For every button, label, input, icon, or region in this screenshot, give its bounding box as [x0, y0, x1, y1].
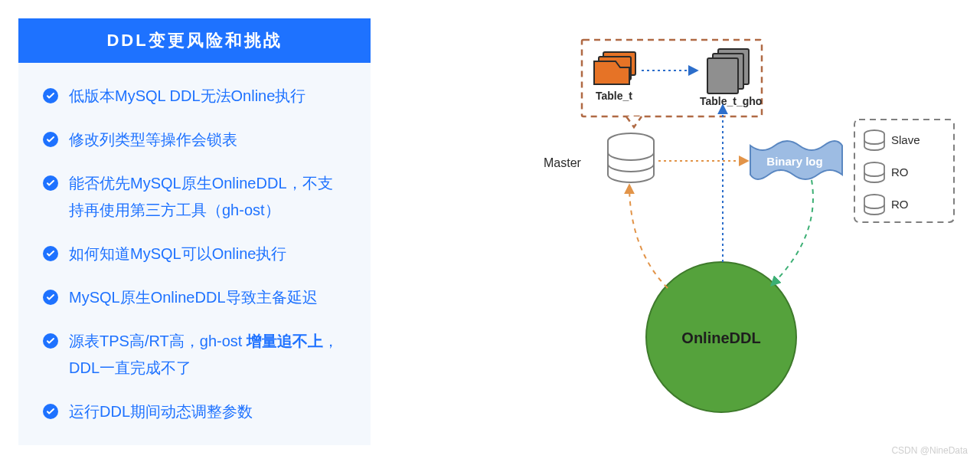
table-t-gho-label: Table_t_gho [700, 95, 762, 107]
check-icon [43, 88, 58, 103]
binary-log-label: Binary log [766, 155, 822, 168]
table-t-icon [594, 52, 635, 84]
replica-label-1: RO [891, 165, 909, 179]
check-icon [43, 246, 58, 261]
item-text-pre: 源表TPS高/RT高，gh-ost [69, 333, 247, 349]
replica-slave [864, 130, 884, 150]
item-text: 修改列类型等操作会锁表 [69, 126, 346, 153]
svg-rect-4 [707, 58, 738, 93]
check-icon [43, 404, 58, 419]
check-icon [43, 175, 58, 191]
list-item: 能否优先MySQL原生OnlineDDL，不支持再使用第三方工具（gh-ost） [43, 170, 346, 224]
list-item: 低版本MySQL DDL无法Online执行 [43, 83, 346, 110]
item-text-bold: 增量追不上 [247, 333, 323, 349]
architecture-diagram: Table_t Table_t_gho Master Binary log [429, 31, 965, 444]
replica-label-2: RO [891, 198, 909, 211]
list-item: 运行DDL期间动态调整参数 [43, 398, 346, 425]
replica-ro-1 [864, 162, 884, 182]
list-item: 源表TPS高/RT高，gh-ost 增量追不上，DDL一直完成不了 [43, 328, 346, 382]
replica-ro-2 [864, 195, 884, 215]
item-text: 低版本MySQL DDL无法Online执行 [69, 83, 346, 110]
list-item: 修改列类型等操作会锁表 [43, 126, 346, 153]
online-ddl-label: OnlineDDL [681, 329, 760, 346]
item-text: MySQL原生OnlineDDL导致主备延迟 [69, 284, 346, 311]
item-text: 运行DDL期间动态调整参数 [69, 398, 346, 425]
risks-panel: DDL变更风险和挑战 低版本MySQL DDL无法Online执行 修改列类型等… [18, 18, 371, 445]
panel-body: 低版本MySQL DDL无法Online执行 修改列类型等操作会锁表 能否优先M… [18, 63, 371, 445]
replica-label-0: Slave [891, 133, 920, 146]
item-text: 能否优先MySQL原生OnlineDDL，不支持再使用第三方工具（gh-ost） [69, 170, 346, 224]
list-item: MySQL原生OnlineDDL导致主备延迟 [43, 284, 346, 311]
master-db-icon [608, 133, 654, 182]
binary-log-flag: Binary log [750, 141, 842, 179]
arrow-binlog-onlineddl [772, 180, 813, 285]
check-icon [43, 132, 58, 147]
arrow-onlineddl-master [629, 185, 668, 288]
list-item: 如何知道MySQL可以Online执行 [43, 241, 346, 267]
master-label: Master [544, 156, 582, 169]
box-pointer [626, 116, 642, 127]
table-t-gho-icon [707, 49, 749, 93]
item-text: 如何知道MySQL可以Online执行 [69, 241, 346, 267]
item-text: 源表TPS高/RT高，gh-ost 增量追不上，DDL一直完成不了 [69, 328, 346, 382]
check-icon [43, 290, 58, 305]
table-t-label: Table_t [596, 90, 632, 102]
panel-title: DDL变更风险和挑战 [18, 18, 371, 63]
watermark: CSDN @NineData [891, 445, 968, 456]
check-icon [43, 333, 58, 349]
